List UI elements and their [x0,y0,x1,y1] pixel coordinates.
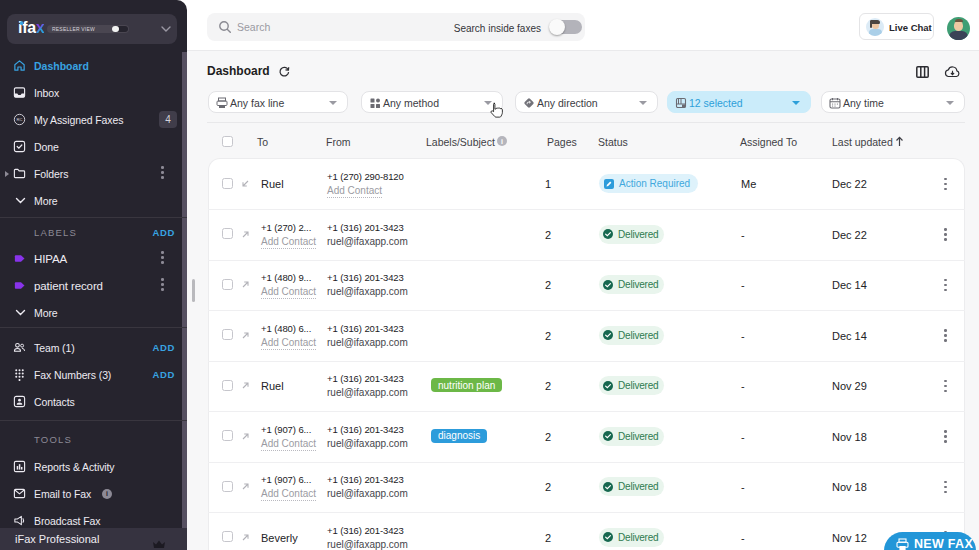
svg-text:RC: RC [17,117,23,122]
